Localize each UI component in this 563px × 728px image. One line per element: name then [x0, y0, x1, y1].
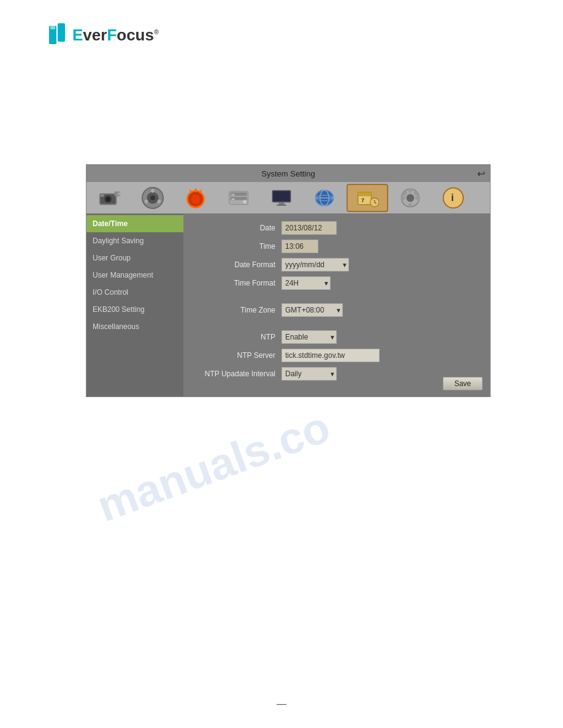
sidebar-item-misc[interactable]: Miscellaneous: [86, 318, 183, 335]
date-label: Date: [196, 224, 282, 232]
registered-mark: ®: [154, 28, 159, 36]
save-btn-row: Save: [443, 377, 483, 390]
logo: EverFocus®: [49, 23, 159, 47]
sidebar-item-usergroup[interactable]: User Group: [86, 249, 183, 267]
camera-icon: [98, 186, 121, 210]
time-label: Time: [196, 242, 282, 251]
sidebar-item-usermgmt[interactable]: User Management: [86, 267, 183, 284]
svg-point-17: [191, 194, 200, 203]
svg-text:7: 7: [361, 197, 364, 203]
svg-rect-36: [358, 192, 372, 195]
reel-icon: [141, 186, 164, 210]
svg-point-12: [150, 195, 155, 200]
monitor-icon: [270, 186, 293, 210]
sidebar: Date/Time Daylight Saving User Group Use…: [86, 214, 183, 396]
svg-rect-9: [101, 194, 104, 197]
ntp-update-select[interactable]: Daily Weekly Monthly: [282, 367, 337, 381]
hdd-icon: [227, 186, 250, 210]
toolbar-camera[interactable]: [89, 184, 131, 212]
gear-icon: [399, 186, 422, 210]
main-form: Date Time Date Format yyyy/mm/dd mm/dd/y…: [183, 214, 490, 396]
svg-point-24: [243, 200, 246, 203]
logo-text: EverFocus®: [72, 26, 159, 45]
toolbar-datetime[interactable]: 7: [347, 184, 388, 212]
time-row: Time: [196, 240, 478, 253]
ntp-update-select-wrap: Daily Weekly Monthly ▼: [282, 367, 337, 381]
ntp-select[interactable]: Enable Disable: [282, 330, 337, 344]
svg-rect-28: [273, 191, 289, 201]
svg-point-38: [370, 198, 379, 207]
toolbar-alarm[interactable]: [175, 184, 216, 212]
sidebar-item-ekb[interactable]: EKB200 Setting: [86, 301, 183, 318]
ntp-server-input[interactable]: [282, 349, 380, 362]
svg-rect-43: [408, 188, 412, 192]
toolbar-info[interactable]: i: [432, 184, 474, 212]
toolbar-hdd[interactable]: [218, 184, 259, 212]
ntp-update-row: NTP Upadate Interval Daily Weekly Monthl…: [196, 367, 478, 381]
svg-point-6: [106, 197, 110, 201]
date-format-label: Date Format: [196, 260, 282, 269]
date-row: Date: [196, 221, 478, 235]
time-format-label: Time Format: [196, 279, 282, 287]
svg-rect-1: [58, 23, 65, 42]
toolbar-system[interactable]: [389, 184, 431, 212]
ntp-server-label: NTP Server: [196, 351, 282, 360]
svg-point-42: [407, 194, 415, 202]
ntp-server-row: NTP Server: [196, 349, 478, 362]
bottom-dash: —: [277, 699, 286, 710]
date-format-select-wrap: yyyy/mm/dd mm/dd/yyyy dd/mm/yyyy ▼: [282, 258, 349, 271]
watermark: manuals.co: [91, 401, 336, 532]
toolbar: 7 i: [86, 182, 490, 214]
ntp-label: NTP: [196, 333, 282, 341]
back-button[interactable]: ↩: [477, 168, 485, 180]
svg-text:i: i: [451, 192, 454, 203]
svg-rect-30: [277, 204, 286, 205]
svg-point-15: [158, 199, 161, 203]
sidebar-item-io[interactable]: I/O Control: [86, 284, 183, 301]
timezone-select[interactable]: GMT+08:00 GMT+00:00 GMT-05:00: [282, 303, 343, 317]
system-setting-window: System Setting ↩: [86, 164, 491, 397]
timezone-select-wrap: GMT+08:00 GMT+00:00 GMT-05:00 ▼: [282, 303, 343, 317]
svg-rect-44: [408, 203, 412, 207]
content-area: Date/Time Daylight Saving User Group Use…: [86, 214, 490, 396]
window-title: System Setting: [261, 169, 315, 178]
svg-rect-45: [401, 196, 405, 199]
network-icon: [313, 186, 336, 210]
clock-calendar-icon: 7: [356, 186, 379, 210]
title-bar: System Setting ↩: [86, 165, 490, 182]
svg-rect-26: [231, 198, 234, 199]
sidebar-item-datetime[interactable]: Date/Time: [86, 215, 183, 232]
everfocus-logo-icon: [49, 23, 69, 47]
ntp-select-wrap: Enable Disable ▼: [282, 330, 337, 344]
svg-point-13: [151, 189, 155, 192]
svg-rect-25: [231, 194, 234, 195]
toolbar-reel[interactable]: [132, 184, 174, 212]
info-icon: i: [442, 186, 465, 210]
time-format-select-wrap: 24H 12H ▼: [282, 276, 331, 290]
timezone-row: Time Zone GMT+08:00 GMT+00:00 GMT-05:00 …: [196, 303, 478, 317]
date-input[interactable]: [282, 221, 337, 235]
timezone-label: Time Zone: [196, 306, 282, 314]
sidebar-item-daylight[interactable]: Daylight Saving: [86, 232, 183, 249]
svg-rect-46: [415, 196, 419, 199]
date-format-row: Date Format yyyy/mm/dd mm/dd/yyyy dd/mm/…: [196, 258, 478, 271]
alarm-icon: [184, 186, 207, 210]
time-format-row: Time Format 24H 12H ▼: [196, 276, 478, 290]
toolbar-monitor[interactable]: [261, 184, 302, 212]
time-input[interactable]: [282, 240, 318, 253]
ntp-update-label: NTP Upadate Interval: [196, 370, 282, 378]
date-format-select[interactable]: yyyy/mm/dd mm/dd/yyyy dd/mm/yyyy: [282, 258, 349, 271]
svg-rect-29: [278, 202, 284, 205]
svg-point-14: [145, 199, 148, 203]
time-format-select[interactable]: 24H 12H: [282, 276, 331, 290]
svg-rect-2: [50, 25, 55, 29]
toolbar-network[interactable]: [304, 184, 345, 212]
save-button[interactable]: Save: [443, 377, 483, 390]
ntp-row: NTP Enable Disable ▼: [196, 330, 478, 344]
